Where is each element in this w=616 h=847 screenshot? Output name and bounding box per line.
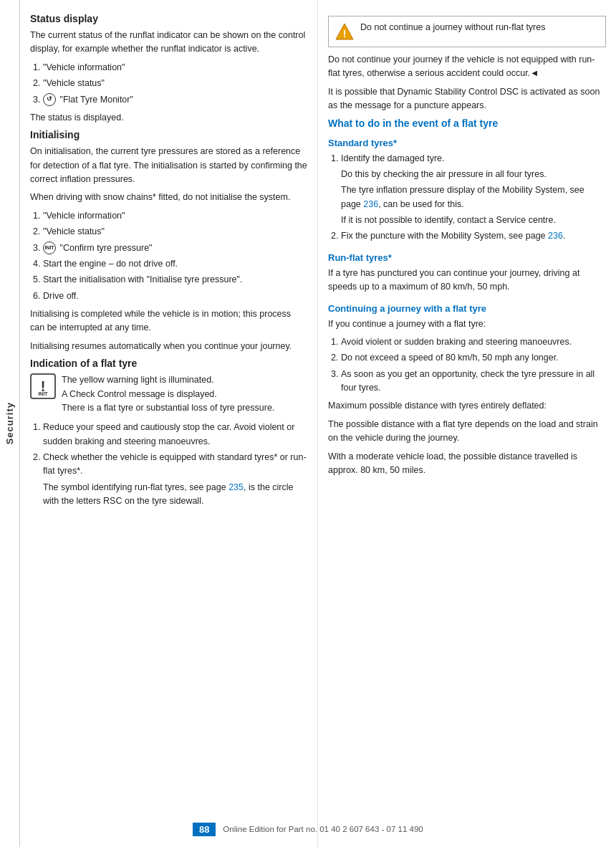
svg-text:!: ! [343,28,347,39]
exclamation-warning-box: ! INIT The yellow warning light is illum… [30,373,307,415]
list-item: "Vehicle status" [43,77,307,90]
page-footer: 88 Online Edition for Part no. 01 40 2 6… [0,811,616,847]
exclamation-icon: ! INIT [30,373,56,399]
status-display-list: "Vehicle information" "Vehicle status" ↺… [43,61,307,107]
left-column: Status display The current status of the… [20,0,318,847]
standard-tyres-heading: Standard tyres* [328,138,606,148]
initialising-para-2: When driving with snow chains* fitted, d… [30,191,307,204]
run-flat-heading: Run-flat tyres* [328,252,606,263]
continuing-intro: If you continue a journey with a flat ty… [328,317,606,331]
list-item: Avoid violent or sudden braking and stee… [341,335,606,349]
continuing-list: Avoid violent or sudden braking and stee… [341,335,606,396]
list-item: "Vehicle information" [43,61,307,75]
right-column: ! Do not continue a journey without run-… [318,0,616,847]
section-what-to-do: What to do in the event of a flat tyre S… [328,118,606,478]
list-sub-item: Do this by checking the air pressure in … [341,168,606,181]
what-to-do-heading: What to do in the event of a flat tyre [328,118,606,129]
page-wrapper: Security Status display The current stat… [0,0,616,847]
list-item: Start the initialisation with "Initialis… [43,273,307,287]
list-item: "Vehicle information" [43,209,307,223]
status-display-after: The status is displayed. [30,111,307,125]
right-para-2: It is possible that Dynamic Stability Co… [328,85,606,113]
list-item: Reduce your speed and cautiously stop th… [43,421,307,449]
list-item: INIT "Confirm tyre pressure" [43,241,307,255]
continuing-after-3: With a moderate vehicle load, the possib… [328,450,606,478]
sub-section-continuing: Continuing a journey with a flat tyre If… [328,303,606,478]
sub-section-standard-tyres: Standard tyres* Identify the damaged tyr… [328,138,606,244]
list-item: "Vehicle status" [43,225,307,239]
footer-text: Online Edition for Part no. 01 40 2 607 … [223,825,423,833]
continuing-heading: Continuing a journey with a flat tyre [328,303,606,314]
list-item: ↺ "Flat Tyre Monitor" [43,93,307,107]
list-item: Fix the puncture with the Mobility Syste… [341,229,606,243]
right-para-1: Do not continue your journey if the vehi… [328,53,606,81]
indication-heading: Indication of a flat tyre [30,358,307,369]
list-item: Identify the damaged tyre. Do this by ch… [341,152,606,228]
status-display-heading: Status display [30,13,307,24]
list-sub-item: If it is not possible to identify, conta… [341,214,606,227]
section-initialising: Initialising On initialisation, the curr… [30,129,307,353]
list-item-sub: The symbol identifying run-flat tyres, s… [43,481,307,509]
initialising-heading: Initialising [30,129,307,140]
warning-box: ! Do not continue a journey without run-… [328,16,606,47]
warning-box-text: Do not continue a journey without run-fl… [360,21,545,34]
page-link-236b[interactable]: 236 [548,231,563,241]
list-item: Start the engine – do not drive off. [43,257,307,271]
section-status-display: Status display The current status of the… [30,13,307,125]
tyre-monitor-icon: ↺ [43,93,56,106]
sidebar-label: Security [4,402,15,444]
footer-inner: 88 Online Edition for Part no. 01 40 2 6… [193,823,423,836]
initialising-after-1: Initialising is completed while the vehi… [30,307,307,335]
sub-section-run-flat: Run-flat tyres* If a tyre has punctured … [328,252,606,295]
page-link-236a[interactable]: 236 [363,199,378,209]
warning-triangle-icon: ! [335,22,355,42]
list-item: Check whether the vehicle is equipped wi… [43,451,307,509]
continuing-after-2: The possible distance with a flat tyre d… [328,418,606,446]
content-area: Status display The current status of the… [20,0,616,847]
initialising-list: "Vehicle information" "Vehicle status" I… [43,209,307,303]
icon-sub-text: INIT [38,391,47,396]
list-sub-item: The tyre inflation pressure display of t… [341,183,606,211]
page-number: 88 [193,823,216,836]
confirm-tyre-icon: INIT [43,241,56,254]
continuing-after-1: Maximum possible distance with tyres ent… [328,399,606,413]
sidebar: Security [0,0,20,847]
list-item: As soon as you get an opportunity, check… [341,368,606,396]
page-link-235[interactable]: 235 [228,482,244,492]
initialising-after-2: Initialising resumes automatically when … [30,340,307,353]
exclamation-box-text: The yellow warning light is illuminated.… [62,373,274,415]
initialising-para-1: On initialisation, the current tyre pres… [30,145,307,186]
section-indication: Indication of a flat tyre ! INIT The yel… [30,358,307,508]
run-flat-para: If a tyre has punctured you can continue… [328,267,606,295]
indication-list: Reduce your speed and cautiously stop th… [43,421,307,508]
status-display-para: The current status of the runflat indica… [30,29,307,57]
standard-tyres-list: Identify the damaged tyre. Do this by ch… [341,152,606,244]
list-item: Drive off. [43,289,307,303]
list-item: Do not exceed a speed of 80 km/h, 50 mph… [341,351,606,365]
